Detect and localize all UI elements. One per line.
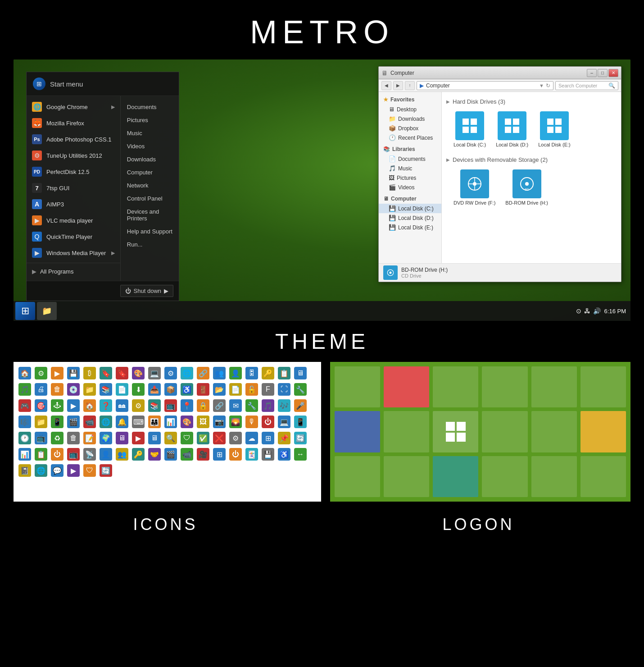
icon-downloads-folder[interactable]: ⬇ xyxy=(131,382,146,397)
right-music[interactable]: Music xyxy=(121,127,179,140)
icon-screen[interactable]: 🖥 xyxy=(147,430,162,446)
sidebar-local-c[interactable]: 💾Local Disk (C:) xyxy=(379,204,441,213)
icon-connect-to[interactable]: 🔗 xyxy=(195,365,211,381)
icon-performance[interactable]: 📊 xyxy=(163,414,178,429)
icon-lock[interactable]: 🔒 xyxy=(195,398,211,413)
icon-libraries[interactable]: 📚 xyxy=(147,398,162,413)
start-button[interactable]: ⊞ xyxy=(15,302,35,320)
right-help[interactable]: Help and Support xyxy=(121,225,179,238)
icon-personalize[interactable]: 🎨 xyxy=(179,414,195,429)
right-run[interactable]: Run... xyxy=(121,238,179,251)
icon-mail[interactable]: ✉ xyxy=(228,398,243,413)
icon-desktop[interactable]: 🖥 xyxy=(293,365,308,381)
icon-documents[interactable]: 📄 xyxy=(114,382,130,397)
icon-exit[interactable]: 🚪 xyxy=(195,382,211,397)
icon-devices[interactable]: 🖨 xyxy=(33,382,49,397)
icon-link-folder[interactable]: 🔗 xyxy=(212,398,227,413)
icon-media[interactable]: 🎵 xyxy=(260,398,276,413)
app-quicktime[interactable]: Q QuickTime Player xyxy=(27,228,120,245)
icon-win-defrag[interactable]: 💾 xyxy=(260,447,276,462)
icon-files[interactable]: 📄 xyxy=(228,382,243,397)
icon-security-approved[interactable]: ✅ xyxy=(195,430,211,446)
icon-remote[interactable]: 🖥 xyxy=(114,430,130,446)
icon-gadgets[interactable]: 🔧 xyxy=(293,382,308,397)
search-box[interactable]: Search Computer 🔍 xyxy=(555,81,618,90)
right-videos[interactable]: Videos xyxy=(121,140,179,153)
icon-win-easy[interactable]: ♿ xyxy=(277,447,292,462)
icon-sticky[interactable]: 📌 xyxy=(277,430,292,446)
icon-credential[interactable]: 🔑 xyxy=(260,365,276,381)
icon-recent[interactable]: 🕐 xyxy=(17,430,32,446)
icon-autoplay[interactable]: ▶ xyxy=(50,365,65,381)
app-tuneup[interactable]: ⚙ TuneUp Utilities 2012 xyxy=(27,147,120,164)
icon-backup[interactable]: 💾 xyxy=(66,365,81,381)
icon-notification[interactable]: 🔔 xyxy=(114,414,130,429)
icon-use-with[interactable]: 🤝 xyxy=(147,447,162,462)
icon-games[interactable]: 🎮 xyxy=(17,398,32,413)
icon-docs-folder[interactable]: 📁 xyxy=(82,382,97,397)
icon-livetv[interactable]: 📺 xyxy=(163,398,178,413)
icon-win-media[interactable]: ▶ xyxy=(66,463,81,478)
icon-videos3[interactable]: 🎥 xyxy=(195,447,211,462)
icon-home[interactable]: 🏠 xyxy=(82,398,97,413)
taskbar-explorer-btn[interactable]: 📁 xyxy=(37,302,57,320)
right-devices[interactable]: Devices and Printers xyxy=(121,205,179,225)
sidebar-local-d[interactable]: 💾Local Disk (D:) xyxy=(379,213,441,223)
icon-color[interactable]: 🎨 xyxy=(131,365,146,381)
right-documents[interactable]: Documents xyxy=(121,101,179,114)
icon-dance[interactable]: 🎵 xyxy=(17,382,32,397)
icon-win8-boot[interactable]: ⊞ xyxy=(212,447,227,462)
icon-my-videos[interactable]: 🎬 xyxy=(66,414,81,429)
drive-d[interactable]: Local Disk (D:) xyxy=(493,109,531,150)
icon-user[interactable]: 👤 xyxy=(98,447,113,462)
icon-programs[interactable]: 💻 xyxy=(277,414,292,429)
icon-sync[interactable]: 🔄 xyxy=(293,430,308,446)
icon-docs-library[interactable]: 📚 xyxy=(98,382,113,397)
icon-tv[interactable]: 📡 xyxy=(82,447,97,462)
app-chrome[interactable]: 🌐 Google Chrome ▶ xyxy=(27,99,120,115)
icon-recycle2[interactable]: 🗑 xyxy=(66,430,81,446)
icon-parental[interactable]: 👨‍👩‍👧 xyxy=(147,414,162,429)
icon-homegroup[interactable]: 🏘 xyxy=(114,398,130,413)
sidebar-local-e[interactable]: 💾Local Disk (E:) xyxy=(379,223,441,232)
icon-music-apps[interactable]: 🎤 xyxy=(293,398,308,413)
sidebar-downloads[interactable]: 📁Downloads xyxy=(379,114,441,123)
icon-help[interactable]: ❓ xyxy=(98,398,113,413)
all-programs-item[interactable]: ▶ All Programs xyxy=(27,265,120,278)
icon-win8-shut[interactable]: ⏻ xyxy=(228,447,243,462)
bd-drive[interactable]: BD BD-ROM Drive (H:) xyxy=(503,167,551,208)
icon-region[interactable]: 🌍 xyxy=(98,430,113,446)
icon-bookmarks[interactable]: 🔖 xyxy=(98,365,113,381)
icon-taskbar-shutoff[interactable]: ⏻ xyxy=(50,447,65,462)
icon-tv-library[interactable]: 📺 xyxy=(66,447,81,462)
icon-start-btn[interactable]: ⊞ xyxy=(260,430,276,446)
icon-security[interactable]: 🛡 xyxy=(179,430,195,446)
right-network[interactable]: Network xyxy=(121,179,179,192)
app-aimp[interactable]: A AIMP3 xyxy=(27,196,120,212)
sidebar-desktop[interactable]: 🖥Desktop xyxy=(379,105,441,114)
up-button[interactable]: ↑ xyxy=(405,81,415,90)
icon-search[interactable]: 🔍 xyxy=(163,430,178,446)
right-pictures[interactable]: Pictures xyxy=(121,114,179,127)
icon-recycle[interactable]: ♻ xyxy=(50,430,65,446)
sidebar-videos[interactable]: 🎬Videos xyxy=(379,183,441,192)
icon-homeoptions[interactable]: ⚙ xyxy=(131,398,146,413)
icon-music-folder[interactable]: 🎶 xyxy=(277,398,292,413)
icon-win-card[interactable]: 🃏 xyxy=(244,447,259,462)
sidebar-documents[interactable]: 📄Documents xyxy=(379,154,441,164)
icon-bitcoin[interactable]: ₿ xyxy=(82,365,97,381)
app-photoshop[interactable]: Ps Adobe Photoshop CSS.1 xyxy=(27,131,120,147)
icon-games-folder[interactable]: 🎯 xyxy=(33,398,49,413)
maximize-button[interactable]: □ xyxy=(598,69,608,77)
icon-contacts[interactable]: 👤 xyxy=(228,365,243,381)
app-vlc[interactable]: ▶ VLC media player xyxy=(27,212,120,228)
icon-videos-folder[interactable]: 🎬 xyxy=(163,447,178,462)
sidebar-dropbox[interactable]: 📦Dropbox xyxy=(379,123,441,133)
icon-taskbar-mgr[interactable]: 📊 xyxy=(17,447,32,462)
icon-control[interactable]: 🎛 xyxy=(244,365,259,381)
back-button[interactable]: ◀ xyxy=(381,81,391,90)
app-firefox[interactable]: 🦊 Mozilla Firefox xyxy=(27,115,120,131)
app-perfectdisk[interactable]: PD PerfectDisk 12.5 xyxy=(27,164,120,180)
icon-win-live[interactable]: 💬 xyxy=(50,463,65,478)
icon-games2[interactable]: 🕹 xyxy=(50,398,65,413)
